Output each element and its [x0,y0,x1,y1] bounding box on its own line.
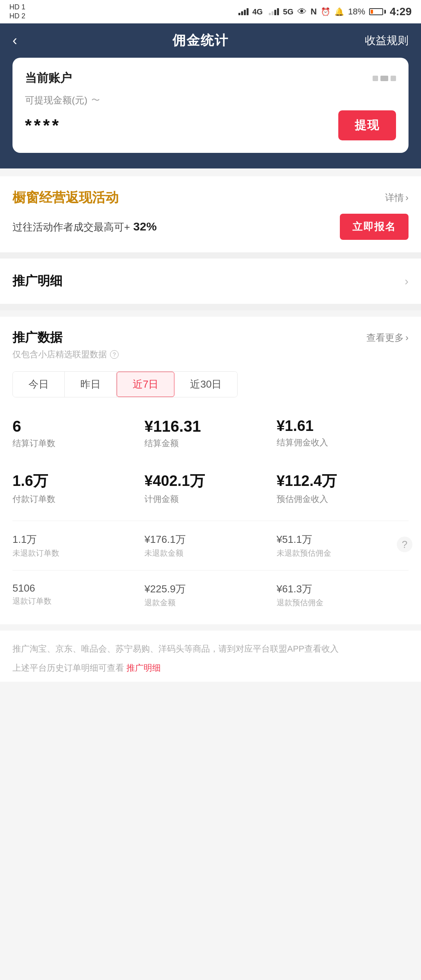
divider-line-2 [12,570,409,571]
stats-grid-2: 1.6万 付款订单数 ¥402.1万 计佣金额 ¥112.4万 预估佣金收入 [12,465,409,508]
no-refund-orders-value: 1.1万 [12,533,144,546]
stat-paid-orders: 1.6万 付款订单数 [12,465,144,508]
promo-description: 过往活动作者成交最高可+ 32% [12,220,157,234]
account-header: 当前账户 [25,70,396,86]
alarm-icon: ⏰ [321,7,330,16]
settled-commission-value: ¥1.61 [277,418,409,434]
estimated-commission-label: 预估佣金收入 [277,493,409,505]
no-refund-commission-value: ¥51.1万 [277,533,409,546]
chevron-right-icon: › [405,192,409,203]
commission-base-value: ¥402.1万 [144,471,276,491]
promo-detail-text: 详情 [385,191,404,204]
stat-commission-base: ¥402.1万 计佣金额 [144,465,276,508]
account-title: 当前账户 [25,70,72,86]
earnings-rules-link[interactable]: 收益规则 [365,33,409,48]
footer-promo-link[interactable]: 推广明细 [126,662,161,674]
divider-line-1 [12,521,409,521]
footer-link-prefix: 上述平台历史订单明细可查看 [12,662,124,674]
tab-yesterday[interactable]: 昨日 [65,372,117,397]
tab-today[interactable]: 今日 [13,372,65,397]
balance-label-text: 可提现金额(元) [25,94,87,106]
footer-note: 推广淘宝、京东、唯品会、苏宁易购、洋码头等商品，请到对应平台联盟APP查看收入 … [0,631,421,682]
stats-grid-1: 6 结算订单数 ¥116.31 结算金额 ¥1.61 结算佣金收入 [12,411,409,452]
stat-no-refund-commission: ¥51.1万 未退款预估佣金 [277,529,409,562]
chevron-right-icon: › [405,332,409,343]
paid-orders-value: 1.6万 [12,471,144,491]
carrier2-label: HD 2 [9,12,25,20]
stat-estimated-commission: ¥112.4万 预估佣金收入 [277,465,409,508]
help-icon[interactable]: ? [110,350,119,359]
balance-row: **** 提现 [25,110,396,140]
no-refund-amount-value: ¥176.1万 [144,533,276,546]
section-divider-1 [0,252,421,259]
tab-7days[interactable]: 近7日 [117,372,174,397]
promo-header: 橱窗经营返现活动 详情 › [12,189,409,207]
refund-commission-label: 退款预估佣金 [277,597,409,608]
nav-bar: ‹ 佣金统计 收益规则 [0,23,421,58]
account-card: 当前账户 可提现金额(元) 〜 **** 提现 [12,58,409,153]
estimated-commission-value: ¥112.4万 [277,471,409,491]
eye-status-icon: 👁 [297,6,307,17]
promo-content: 过往活动作者成交最高可+ 32% 立即报名 [12,214,409,240]
view-more-link[interactable]: 查看更多 › [366,331,409,344]
back-button[interactable]: ‹ [12,32,36,49]
time-tabs: 今日 昨日 近7日 近30日 [12,371,238,397]
help-float-icon[interactable]: ? [397,537,412,552]
data-section-title: 推广数据 [12,329,62,346]
refund-orders-label: 退款订单数 [12,596,144,606]
secondary-stats-2: 5106 退款订单数 ¥225.9万 退款金额 ¥61.3万 退款预估佣金 [12,578,409,612]
account-card-wrapper: 当前账户 可提现金额(元) 〜 **** 提现 [0,58,421,168]
page-title: 佣金统计 [172,32,229,50]
account-icon [373,76,396,81]
refund-commission-value: ¥61.3万 [277,582,409,596]
carrier-info: HD 1 HD 2 [9,3,25,20]
secondary-stats-1: 1.1万 未退款订单数 ¥176.1万 未退款金额 ¥51.1万 未退款预估佣金… [12,529,409,562]
eye-toggle-icon[interactable]: 〜 [91,94,100,106]
settled-orders-value: 6 [12,418,144,435]
settled-amount-label: 结算金额 [144,438,276,449]
promo-detail-link[interactable]: 详情 › [385,191,409,204]
footer-link-row: 上述平台历史订单明细可查看 推广明细 [12,662,409,674]
chevron-right-icon: › [405,275,409,288]
tab-30days[interactable]: 近30日 [174,372,237,397]
icon-dot2 [380,76,388,81]
balance-label: 可提现金额(元) 〜 [25,94,396,106]
stat-refund-amount: ¥225.9万 退款金额 [144,578,276,612]
time-display: 4:29 [390,5,412,18]
battery-percent: 18% [348,7,365,17]
signal-5g-icon [269,8,279,15]
promo-details-label: 推广明细 [12,273,62,290]
view-more-text: 查看更多 [366,331,404,344]
stat-refund-orders: 5106 退款订单数 [12,578,144,612]
icon-dot3 [391,76,396,81]
settled-orders-label: 结算订单数 [12,438,144,449]
nfc-icon: N [311,7,317,17]
stat-no-refund-orders: 1.1万 未退款订单数 [12,529,144,562]
refund-amount-value: ¥225.9万 [144,582,276,596]
stat-settled-commission: ¥1.61 结算佣金收入 [277,411,409,452]
refund-amount-label: 退款金额 [144,597,276,608]
signup-button[interactable]: 立即报名 [340,214,409,240]
stat-no-refund-amount: ¥176.1万 未退款金额 [144,529,276,562]
commission-base-label: 计佣金额 [144,493,276,505]
section-divider-2 [0,304,421,310]
promo-title: 橱窗经营返现活动 [12,189,119,207]
paid-orders-label: 付款订单数 [12,493,144,505]
status-bar: HD 1 HD 2 4G 5G 👁 N ⏰ 🔔 18% [0,0,421,23]
refund-orders-value: 5106 [12,582,144,594]
promo-details-link[interactable]: 推广明细 › [0,259,421,304]
data-header: 推广数据 查看更多 › [12,329,409,346]
settled-commission-label: 结算佣金收入 [277,437,409,448]
no-refund-amount-label: 未退款金额 [144,548,276,558]
data-subtitle: 仅包含小店精选联盟数据 ? [12,349,409,360]
balance-amount: **** [25,116,61,135]
data-sub-text: 仅包含小店精选联盟数据 [12,349,107,360]
promo-banner: 橱窗经营返现活动 详情 › 过往活动作者成交最高可+ 32% 立即报名 [0,176,421,252]
signal-4g-icon [238,8,249,15]
promo-data-section: 推广数据 查看更多 › 仅包含小店精选联盟数据 ? 今日 昨日 近7日 近30日… [0,317,421,624]
stat-settled-amount: ¥116.31 结算金额 [144,411,276,452]
footer-platform-note: 推广淘宝、京东、唯品会、苏宁易购、洋码头等商品，请到对应平台联盟APP查看收入 [12,642,409,656]
withdraw-button[interactable]: 提现 [338,110,396,140]
settled-amount-value: ¥116.31 [144,418,276,435]
promo-highlight: 32% [130,220,156,233]
